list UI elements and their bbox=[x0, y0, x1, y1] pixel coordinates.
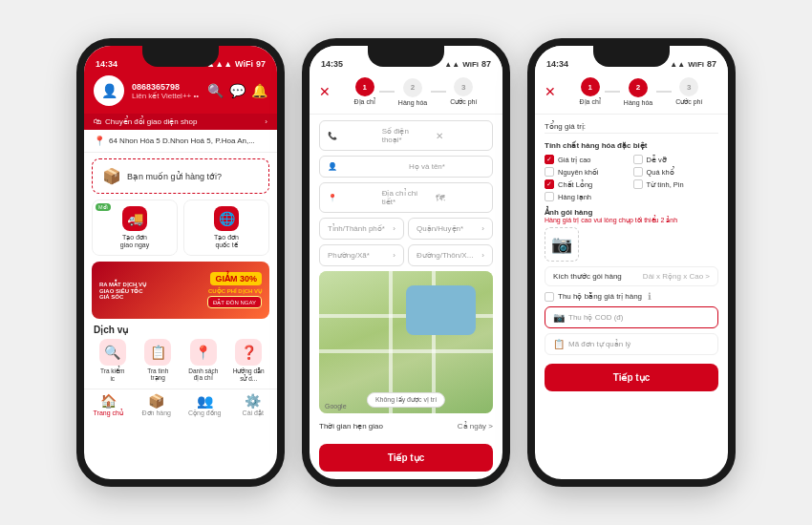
checkbox-gia-tri-cao[interactable]: Giá trị cao bbox=[545, 155, 630, 164]
p3-step-2-label: Hàng hóa bbox=[624, 99, 652, 106]
checkbox-chat-long[interactable]: Chất Lỏng bbox=[545, 179, 630, 189]
box-icon: 📦 bbox=[102, 167, 121, 185]
service-item-3[interactable]: ❓ Hướng dẫnsử d... bbox=[228, 339, 270, 383]
checkbox-de-vo-box bbox=[633, 155, 643, 164]
service-icon-1: 📋 bbox=[144, 339, 171, 366]
checkbox-de-vo[interactable]: Dễ vỡ bbox=[633, 155, 719, 164]
step-indicator-3: 1 Địa chỉ 2 Hàng hóa 3 Cước phí bbox=[564, 77, 718, 106]
message-icon[interactable]: 💬 bbox=[229, 83, 246, 98]
phone-1-screen: 14:34 ▲▲▲ WiFi 97 👤 0868365798 Liên kết … bbox=[84, 46, 277, 479]
p1-banner-strip[interactable]: 🛍 Chuyển đổi giao diện shop › bbox=[84, 114, 277, 130]
service-item-2[interactable]: 📍 Danh sáchđịa chỉ bbox=[182, 339, 224, 383]
p1-promo-banner[interactable]: RA MẮT DỊCH VỤGIAO SIÊU TỐCGIÁ SÓC GIẢM … bbox=[92, 262, 269, 319]
checkbox-nguyen-khoi[interactable]: Nguyên khối bbox=[545, 167, 630, 177]
p1-address-bar[interactable]: 📍 64 Nhon Hóa 5 D.Nhon Hoá 5, P.Hoa An,.… bbox=[84, 130, 277, 153]
phone-1: 14:34 ▲▲▲ WiFi 97 👤 0868365798 Liên kết … bbox=[76, 38, 285, 487]
district-placeholder: Quận/Huyện* bbox=[417, 224, 463, 233]
step-1-group: 1 Địa chỉ bbox=[354, 77, 375, 106]
wifi-icon-2: WiFi bbox=[462, 60, 479, 69]
p3-continue-btn[interactable]: Tiếp tục bbox=[545, 364, 718, 391]
wifi-icon-1: WiFi bbox=[235, 59, 253, 69]
step-indicator-2: 1 Địa chỉ 2 Hàng hóa 3 Cước phí bbox=[338, 77, 493, 106]
promo-title: RA MẮT DỊCH VỤGIAO SIÊU TỐCGIÁ SÓC bbox=[99, 281, 207, 300]
home-icon: 🏠 bbox=[100, 393, 117, 409]
p3-close-btn[interactable]: ✕ bbox=[545, 84, 556, 99]
phone-notch-1 bbox=[142, 46, 219, 67]
chevron-right-icon: › bbox=[265, 117, 267, 126]
p3-checkboxes: Giá trị cao Dễ vỡ Nguyên khối Quá khổ Ch… bbox=[545, 155, 718, 201]
name-input[interactable]: 👤 Họ và tên* bbox=[319, 156, 493, 178]
nav-settings[interactable]: ⚙️ Cài đặt bbox=[229, 393, 278, 417]
phone-input-icon: 📞 bbox=[328, 132, 376, 140]
p3-step-connector-2 bbox=[656, 91, 672, 93]
promo-content: RA MẮT DỊCH VỤGIAO SIÊU TỐCGIÁ SÓC bbox=[99, 281, 207, 300]
p1-send-card[interactable]: 📦 Bạn muốn gửi hàng tới? bbox=[92, 158, 269, 194]
new-badge: Mới bbox=[96, 203, 111, 211]
address-input[interactable]: 📍 Địa chỉ chi tiết* 🗺 bbox=[319, 182, 493, 213]
cod-info-icon: ℹ bbox=[648, 291, 652, 302]
p3-step-connector-1 bbox=[605, 91, 620, 93]
nav-community[interactable]: 👥 Cộng đồng bbox=[181, 393, 229, 417]
create-domestic-btn[interactable]: 🚚 Mới Tạo đơngiao ngay bbox=[92, 200, 178, 256]
ward-select[interactable]: Phường/Xã* › bbox=[319, 244, 404, 266]
checkbox-qua-kho[interactable]: Quá khổ bbox=[633, 167, 719, 177]
address-placeholder: Địa chỉ chi tiết* bbox=[382, 189, 431, 206]
p3-step-2-group: 2 Hàng hóa bbox=[624, 78, 652, 106]
promo-cta-btn[interactable]: ĐẶT ĐÒN NGAY bbox=[207, 296, 262, 308]
orders-icon: 📦 bbox=[148, 393, 164, 409]
p1-action-buttons: 🚚 Mới Tạo đơngiao ngay 🌐 Tạo đơnquốc tế bbox=[92, 200, 269, 256]
create-intl-label: Tạo đơnquốc tế bbox=[214, 234, 239, 249]
p3-cod-toggle[interactable]: Thu hộ bằng giá trị hàng ℹ bbox=[545, 291, 718, 302]
photo-upload-box[interactable]: 📷 bbox=[545, 227, 579, 262]
ward-street-row: Phường/Xã* › Đường/Thôn/X... › bbox=[319, 244, 493, 266]
delivery-value[interactable]: Cả ngày > bbox=[458, 422, 493, 430]
map-road-h2 bbox=[319, 349, 493, 353]
p2-continue-btn[interactable]: Tiếp tục bbox=[319, 444, 493, 472]
province-placeholder: Tỉnh/Thành phố* bbox=[328, 224, 385, 233]
district-select[interactable]: Quận/Huyện* › bbox=[408, 218, 493, 240]
cod-toggle-box bbox=[545, 292, 554, 302]
checkbox-hang-lanh[interactable]: Hàng lạnh bbox=[545, 192, 630, 201]
bell-icon[interactable]: 🔔 bbox=[251, 83, 267, 98]
p2-form: 📞 Số điện thoại* ✕ 👤 Họ và tên* 📍 Địa ch… bbox=[310, 115, 502, 440]
service-item-0[interactable]: 🔍 Tra kiểmic bbox=[92, 339, 134, 383]
step-3-label: Cước phí bbox=[450, 98, 477, 106]
map-location-btn[interactable]: Không lấy được vị trí bbox=[367, 392, 445, 408]
search-icon[interactable]: 🔍 bbox=[207, 83, 224, 98]
map-btn-text: Không lấy được vị trí bbox=[375, 396, 437, 403]
checkbox-tu-tinh-pin[interactable]: Từ tính, Pin bbox=[633, 179, 719, 189]
delivery-label: Thời gian hẹn giao bbox=[319, 422, 383, 430]
nav-home[interactable]: 🏠 Trang chủ bbox=[84, 393, 133, 417]
p2-delivery-row: Thời gian hẹn giao Cả ngày > bbox=[319, 418, 493, 434]
street-select[interactable]: Đường/Thôn/X... › bbox=[408, 244, 493, 266]
photo-note: Hàng giá trị cao vui lòng chụp tối thiểu… bbox=[545, 217, 718, 224]
name-input-icon: 👤 bbox=[328, 162, 403, 171]
special-goods-title: Tính chất hàng hóa đặc biệt bbox=[545, 141, 718, 150]
p3-step-3-group: 3 Cước phí bbox=[675, 77, 702, 106]
pin-icon: 📍 bbox=[94, 136, 105, 146]
province-select[interactable]: Tỉnh/Thành phố* › bbox=[319, 218, 404, 240]
phone-input[interactable]: 📞 Số điện thoại* ✕ bbox=[319, 120, 493, 151]
p1-phone-number: 0868365798 bbox=[132, 82, 200, 92]
battery-3: 87 bbox=[707, 59, 716, 69]
nav-home-label: Trang chủ bbox=[94, 410, 123, 417]
domestic-btn-icon: 🚚 bbox=[122, 206, 147, 231]
phone-clear-icon: ✕ bbox=[436, 131, 484, 141]
map-water bbox=[406, 285, 476, 335]
p1-header: 👤 0868365798 Liên kết Viettel++ •• 🔍 💬 🔔 bbox=[84, 72, 277, 114]
create-international-btn[interactable]: 🌐 Tạo đơnquốc tế bbox=[183, 200, 269, 256]
p3-size-row[interactable]: Kích thước gói hàng Dài x Rộng x Cao > bbox=[545, 266, 718, 286]
p3-cod-input[interactable]: 📷 Thu hộ COD (đ) bbox=[545, 306, 718, 328]
signal-icon-3: ▲▲ bbox=[670, 60, 685, 69]
step-1-circle: 1 bbox=[355, 77, 374, 96]
service-item-1[interactable]: 📋 Tra tìnhtrạng bbox=[138, 339, 180, 383]
banner-strip-text: Chuyển đổi giao diện shop bbox=[105, 117, 197, 126]
p2-close-btn[interactable]: ✕ bbox=[319, 84, 331, 99]
checkbox-de-vo-label: Dễ vỡ bbox=[647, 156, 667, 164]
step-2-group: 2 Hàng hóa bbox=[398, 78, 427, 106]
time-1: 14:34 bbox=[96, 59, 118, 69]
cod-toggle-label: Thu hộ bằng giá trị hàng bbox=[558, 292, 642, 301]
p3-order-ref-input[interactable]: 📋 Mã đơn tự quản lý bbox=[545, 333, 718, 355]
ward-chevron: › bbox=[393, 251, 395, 260]
nav-orders[interactable]: 📦 Đơn hàng bbox=[133, 393, 182, 417]
